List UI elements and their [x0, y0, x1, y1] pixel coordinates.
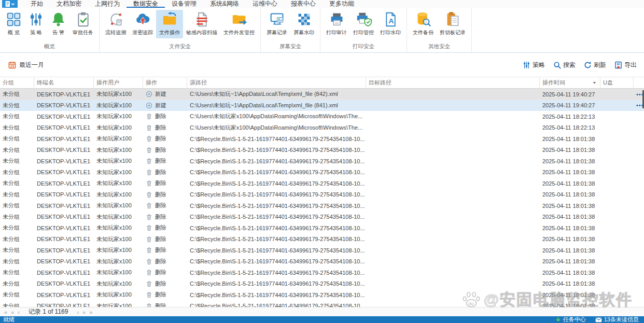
table-row[interactable]: 未分组DESKTOP-VLKTLE1未知玩家x100删除C:\$Recycle.…: [0, 156, 644, 167]
ribbon-item-label: 敏感内容扫描: [186, 29, 217, 36]
cell-usb: [600, 100, 634, 111]
ribbon-item[interactable]: 打印管控: [350, 10, 377, 38]
unread-messages-button[interactable]: 13条未读信息: [595, 316, 639, 323]
table-body: 未分组DESKTOP-VLKTLE1未知玩家x100新建C:\Users\未知玩…: [0, 89, 644, 307]
table-row[interactable]: 未分组DESKTOP-VLKTLE1未知玩家x100删除C:\$Recycle.…: [0, 189, 644, 201]
table-row[interactable]: 未分组DESKTOP-VLKTLE1未知玩家x100删除C:\$Recycle.…: [0, 145, 644, 156]
ribbon-item[interactable]: 告 警: [47, 10, 69, 38]
cell-more: [634, 212, 644, 223]
ribbon-item[interactable]: 审批任务: [69, 10, 96, 38]
table-row[interactable]: 未分组DESKTOP-VLKTLE1未知玩家x100删除C:\$Recycle.…: [0, 200, 644, 212]
ribbon-item[interactable]: 策 略: [25, 10, 47, 38]
ribbon-item[interactable]: 文件备份: [410, 10, 437, 38]
menu-tab[interactable]: 运维中心: [246, 0, 284, 8]
cell-target: [366, 245, 540, 256]
app-menu-button[interactable]: [2, 0, 18, 8]
column-header-target[interactable]: 目标路径: [366, 77, 540, 88]
toolbar-button[interactable]: 刷新: [584, 61, 606, 69]
table-row[interactable]: 未分组DESKTOP-VLKTLE1未知玩家x100删除C:\$Recycle.…: [0, 301, 644, 307]
cell-src: C:\Users\未知玩家x100\AppData\Roaming\Micros…: [187, 122, 366, 134]
table-row[interactable]: 未分组DESKTOP-VLKTLE1未知玩家x100删除C:\$Recycle.…: [0, 245, 644, 256]
screen-watermark-icon: [296, 11, 312, 27]
table-row[interactable]: 未分组DESKTOP-VLKTLE1未知玩家x100删除C:\$Recycle.…: [0, 167, 644, 178]
menu-tab[interactable]: 系统&网络: [203, 0, 246, 8]
column-header-op[interactable]: 操作: [143, 77, 187, 88]
ribbon-item[interactable]: 泄密追踪: [129, 10, 156, 38]
cell-user: 未知玩家x100: [94, 256, 143, 268]
ribbon-item[interactable]: 文件操作: [156, 10, 183, 38]
menu-tab[interactable]: 报表中心: [284, 0, 323, 8]
toolbar-button-label: 搜索: [563, 61, 576, 69]
page-next-button[interactable]: ›: [77, 308, 79, 316]
cell-terminal: DESKTOP-VLKTLE1: [34, 301, 94, 307]
table-row[interactable]: 未分组DESKTOP-VLKTLE1未知玩家x100删除C:\$Recycle.…: [0, 289, 644, 301]
page-last-button[interactable]: »: [89, 308, 92, 316]
column-header-terminal[interactable]: 终端名: [34, 77, 94, 88]
operation-label: 删除: [155, 146, 166, 154]
menu-tab[interactable]: 开始: [24, 0, 50, 8]
table-row[interactable]: 未分组DESKTOP-VLKTLE1未知玩家x100删除C:\$Recycle.…: [0, 278, 644, 290]
table-row[interactable]: 未分组DESKTOP-VLKTLE1未知玩家x100新建C:\Users\未知玩…: [0, 100, 644, 111]
page-prev-button[interactable]: ‹: [18, 308, 20, 316]
cell-group: 未分组: [0, 122, 34, 134]
menu-tab[interactable]: 上网行为: [88, 0, 127, 8]
ribbon-item[interactable]: 文件外发管控: [220, 10, 258, 38]
trash-icon: [146, 124, 152, 131]
cell-usb: [600, 122, 634, 134]
column-header-usb[interactable]: U盘: [600, 77, 634, 88]
column-header-src[interactable]: 源路径: [187, 77, 366, 88]
page-next-fast-button[interactable]: »: [82, 308, 86, 316]
table-row[interactable]: 未分组DESKTOP-VLKTLE1未知玩家x100删除C:\$Recycle.…: [0, 234, 644, 245]
ribbon-item[interactable]: 剪切板记录: [437, 10, 469, 38]
column-header-time[interactable]: 操作时间: [540, 77, 600, 88]
trash-icon: [146, 214, 152, 220]
toolbar-button[interactable]: 搜索: [553, 61, 576, 69]
toolbar-actions: 策略搜索刷新导出: [523, 61, 637, 69]
ribbon-item[interactable]: 流转追溯: [102, 10, 129, 38]
ribbon-item[interactable]: 敏感内容扫描: [183, 10, 220, 38]
ribbon-item-label: 打印管控: [353, 29, 374, 36]
table-row[interactable]: 未分组DESKTOP-VLKTLE1未知玩家x100删除C:\$Recycle.…: [0, 222, 644, 234]
table-row[interactable]: 未分组DESKTOP-VLKTLE1未知玩家x100删除C:\Users\未知玩…: [0, 122, 644, 134]
filter-caret-icon[interactable]: [592, 80, 597, 85]
table-row[interactable]: 未分组DESKTOP-VLKTLE1未知玩家x100删除C:\$Recycle.…: [0, 212, 644, 223]
cell-usb: [600, 200, 634, 212]
bell-icon: [50, 11, 66, 27]
cell-usb: [600, 89, 634, 100]
ribbon-item[interactable]: A打印水印: [377, 10, 404, 38]
toolbar-button[interactable]: 策略: [523, 61, 545, 69]
column-header-user[interactable]: 操作用户: [94, 77, 143, 88]
task-center-button[interactable]: 任务中心: [555, 316, 586, 323]
toolbar-button[interactable]: 导出: [614, 61, 637, 69]
ribbon-item[interactable]: 打印审计: [323, 10, 350, 38]
app-document-icon: [4, 1, 16, 7]
table-row[interactable]: 未分组DESKTOP-VLKTLE1未知玩家x100删除C:\Users\未知玩…: [0, 111, 644, 122]
table-row[interactable]: 未分组DESKTOP-VLKTLE1未知玩家x100删除C:\$Recycle.…: [0, 133, 644, 145]
date-range-filter[interactable]: 23 最近一月: [8, 61, 44, 69]
ribbon-item[interactable]: 屏幕水印: [290, 10, 317, 38]
cell-usb: [600, 256, 634, 268]
cell-time: 2025-04-11 19:40:27: [540, 100, 600, 111]
cell-op: 删除: [143, 133, 187, 145]
table-row[interactable]: 未分组DESKTOP-VLKTLE1未知玩家x100删除C:\$Recycle.…: [0, 267, 644, 278]
menu-tab[interactable]: 设备管理: [165, 0, 203, 8]
cell-time: 2025-04-11 18:22:13: [540, 122, 600, 134]
cell-src: C:\$Recycle.Bin\S-1-5-21-1619774401-6349…: [187, 167, 366, 178]
cell-group: 未分组: [0, 100, 34, 111]
ribbon-item[interactable]: 概 览: [3, 10, 25, 38]
page-prev-fast-button[interactable]: «: [11, 308, 14, 316]
table-row[interactable]: 未分组DESKTOP-VLKTLE1未知玩家x100删除C:\$Recycle.…: [0, 178, 644, 189]
cell-target: [366, 234, 540, 245]
menu-tab[interactable]: 数据安全: [127, 0, 165, 8]
menu-tab[interactable]: 更多功能: [323, 0, 361, 8]
table-row[interactable]: 未分组DESKTOP-VLKTLE1未知玩家x100删除C:\$Recycle.…: [0, 256, 644, 268]
ribbon-item-label: 文件操作: [159, 29, 180, 36]
cell-target: [366, 278, 540, 290]
column-header-group[interactable]: 分组: [0, 77, 34, 88]
cell-more: [634, 267, 644, 278]
menu-tab[interactable]: 文档加密: [50, 0, 88, 8]
cell-group: 未分组: [0, 234, 34, 245]
page-first-button[interactable]: «: [4, 308, 7, 316]
table-row[interactable]: 未分组DESKTOP-VLKTLE1未知玩家x100新建C:\Users\未知玩…: [0, 89, 644, 100]
ribbon-item[interactable]: 屏幕记录: [263, 10, 290, 38]
